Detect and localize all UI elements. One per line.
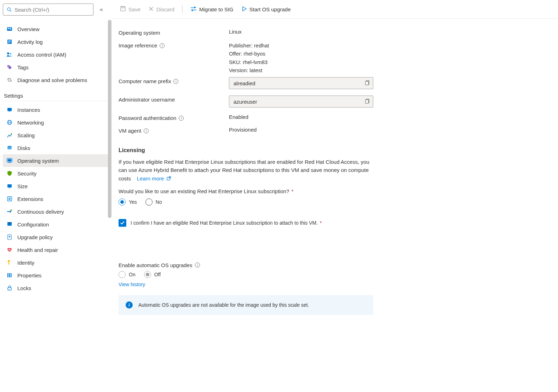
subscription-radio-yes[interactable]: Yes [119, 198, 137, 206]
svg-rect-3 [8, 28, 9, 29]
radio-label: Off [154, 272, 161, 277]
sidebar-item-operating-system[interactable]: Operating system [3, 154, 109, 167]
sidebar-item-label: Instances [17, 107, 40, 113]
sidebar-item-scaling[interactable]: Scaling [3, 129, 109, 142]
tags-icon [6, 64, 13, 70]
required-indicator: * [292, 188, 294, 194]
content-area: Operating system Linux Image reference i… [111, 19, 558, 392]
computer-name-prefix-field: alreadied [229, 77, 373, 89]
sidebar-item-upgrade-policy[interactable]: Upgrade policy [3, 231, 109, 243]
admin-username-label: Administrator username [119, 97, 175, 103]
health-icon [6, 247, 13, 253]
svg-rect-14 [7, 108, 12, 111]
play-icon [241, 6, 247, 13]
subscription-radio-no[interactable]: No [145, 198, 162, 206]
save-button[interactable]: Save [119, 4, 142, 14]
collapse-sidebar-icon[interactable]: « [100, 6, 103, 13]
svg-point-0 [7, 7, 10, 10]
learn-more-link[interactable]: Learn more [137, 175, 171, 181]
copy-icon[interactable] [365, 80, 370, 86]
info-icon[interactable]: i [195, 263, 200, 267]
start-os-upgrade-button[interactable]: Start OS upgrade [240, 5, 292, 14]
diagnose-icon [6, 77, 13, 83]
sidebar-item-health-and-repair[interactable]: Health and repair [3, 243, 109, 256]
upgrade-policy-icon [6, 234, 13, 240]
image-reference-label: Image reference [119, 42, 157, 48]
sidebar-item-disks[interactable]: Disks [3, 142, 109, 154]
password-auth-label: Password authentication [119, 115, 176, 121]
svg-point-11 [10, 53, 12, 55]
sidebar-item-size[interactable]: Size [3, 180, 109, 192]
svg-point-30 [8, 260, 10, 262]
search-input[interactable] [15, 7, 90, 13]
continuous-delivery-icon [6, 208, 13, 215]
sidebar-item-activity-log[interactable]: Activity log [3, 35, 109, 48]
svg-rect-24 [9, 188, 10, 188]
sidebar-item-security[interactable]: Security [3, 167, 109, 180]
svg-point-13 [8, 79, 11, 81]
sidebar-item-access-control[interactable]: Access control (IAM) [3, 48, 109, 61]
svg-rect-5 [10, 29, 11, 30]
sidebar-item-overview[interactable]: Overview [3, 23, 109, 35]
sidebar-item-label: Security [17, 171, 36, 177]
sidebar-item-diagnose[interactable]: Diagnose and solve problems [3, 74, 109, 86]
sidebar-item-label: Upgrade policy [17, 234, 53, 240]
svg-rect-39 [366, 81, 368, 85]
svg-rect-33 [11, 273, 12, 277]
confirm-subscription-checkbox[interactable] [119, 219, 126, 227]
check-icon [120, 220, 125, 225]
sidebar-item-label: Locks [17, 285, 31, 291]
migrate-to-sig-button[interactable]: Migrate to SIG [189, 5, 235, 14]
sidebar-item-tags[interactable]: Tags [3, 61, 109, 74]
activity-log-icon [6, 39, 13, 45]
sidebar-item-identity[interactable]: Identity [3, 256, 109, 269]
svg-point-12 [8, 66, 9, 67]
sidebar-item-label: Overview [17, 26, 40, 32]
migrate-icon [190, 6, 197, 13]
sidebar-item-label: Identity [17, 260, 34, 266]
operating-system-label: Operating system [119, 29, 229, 36]
sidebar-item-label: Operating system [17, 158, 59, 164]
sidebar-item-continuous-delivery[interactable]: Continuous delivery [3, 205, 109, 218]
sidebar-item-label: Access control (IAM) [17, 52, 66, 58]
svg-rect-35 [122, 6, 124, 8]
info-icon[interactable]: i [173, 79, 178, 84]
sidebar-item-locks[interactable]: Locks [3, 282, 109, 294]
scrollbar-thumb[interactable] [108, 20, 111, 218]
auto-upgrades-radio-off: Off [144, 271, 161, 278]
toolbar: Save Discard Migrate to SIG Start OS upg… [111, 0, 558, 19]
info-icon[interactable]: i [160, 43, 165, 48]
auto-upgrades-radio-on: On [119, 271, 136, 278]
sidebar-item-properties[interactable]: Properties [3, 269, 109, 282]
info-icon[interactable]: i [179, 116, 184, 121]
svg-rect-31 [7, 273, 8, 277]
search-box[interactable] [3, 4, 93, 16]
copy-icon[interactable] [365, 99, 370, 105]
sidebar-item-label: Networking [17, 120, 44, 126]
enable-auto-upgrades-label: Enable automatic OS upgrades [119, 262, 192, 268]
radio-icon [145, 198, 153, 206]
view-history-link[interactable]: View history [119, 282, 145, 287]
operating-system-value: Linux [229, 29, 551, 35]
sidebar-item-instances[interactable]: Instances [3, 103, 109, 116]
overview-icon [6, 26, 13, 32]
size-icon [6, 183, 13, 189]
image-reference-version: Version: latest [229, 66, 551, 74]
learn-more-label: Learn more [137, 175, 164, 181]
discard-label: Discard [156, 6, 174, 12]
sidebar-item-networking[interactable]: Networking [3, 116, 109, 129]
networking-icon [6, 119, 13, 126]
sidebar-item-configuration[interactable]: Configuration [3, 218, 109, 231]
disks-icon [6, 145, 13, 151]
svg-rect-4 [10, 28, 11, 29]
sidebar-item-extensions[interactable]: Extensions [3, 192, 109, 205]
scaling-icon [6, 132, 13, 138]
info-icon[interactable]: i [144, 128, 149, 133]
external-link-icon [167, 175, 171, 181]
svg-rect-8 [8, 41, 11, 42]
svg-rect-22 [8, 162, 11, 163]
discard-button[interactable]: Discard [147, 5, 176, 14]
instances-icon [6, 106, 13, 113]
start-os-upgrade-label: Start OS upgrade [249, 6, 291, 12]
access-control-icon [6, 51, 13, 58]
